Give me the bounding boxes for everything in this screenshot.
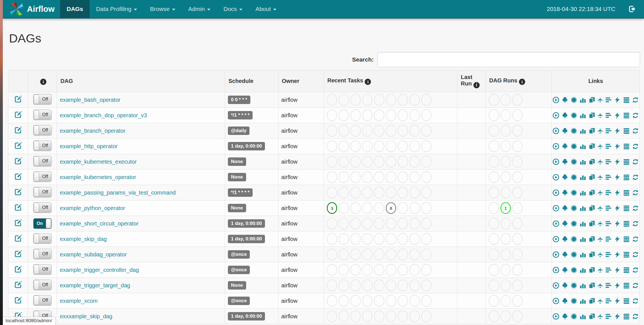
landing-times-icon[interactable]: ✈ — [597, 313, 604, 319]
logs-icon[interactable] — [623, 282, 630, 289]
task-duration-icon[interactable] — [579, 189, 586, 196]
logs-icon[interactable] — [623, 313, 630, 320]
code-icon[interactable] — [614, 174, 621, 181]
gantt-icon[interactable] — [605, 205, 612, 212]
edit-dag-icon[interactable] — [14, 173, 22, 180]
edit-dag-icon[interactable] — [14, 111, 22, 118]
gantt-icon[interactable] — [605, 127, 612, 134]
gantt-icon[interactable] — [605, 282, 612, 289]
gantt-icon[interactable] — [605, 189, 612, 196]
logs-icon[interactable] — [623, 96, 630, 103]
tree-view-icon[interactable] — [561, 189, 568, 196]
refresh-icon[interactable] — [632, 127, 639, 134]
landing-times-icon[interactable]: ✈ — [597, 112, 604, 118]
graph-view-icon[interactable] — [570, 282, 577, 289]
dag-pause-toggle[interactable]: Off — [33, 187, 51, 197]
nav-item-docs[interactable]: Docs — [217, 0, 249, 18]
info-icon[interactable] — [40, 79, 46, 85]
dag-pause-toggle[interactable]: On — [33, 218, 51, 229]
refresh-icon[interactable] — [632, 112, 639, 119]
task-duration-icon[interactable] — [579, 297, 586, 304]
search-input[interactable] — [377, 52, 640, 67]
landing-times-icon[interactable]: ✈ — [597, 236, 604, 242]
task-tries-icon[interactable] — [588, 251, 595, 258]
graph-view-icon[interactable] — [570, 189, 577, 196]
refresh-icon[interactable] — [632, 205, 639, 212]
dag-pause-toggle[interactable]: Off — [33, 264, 51, 274]
landing-times-icon[interactable]: ✈ — [597, 128, 604, 134]
task-tries-icon[interactable] — [588, 112, 595, 119]
trigger-dag-icon[interactable] — [552, 143, 559, 150]
trigger-dag-icon[interactable] — [552, 236, 559, 243]
refresh-icon[interactable] — [632, 267, 639, 274]
task-duration-icon[interactable] — [579, 96, 586, 103]
refresh-icon[interactable] — [632, 220, 639, 227]
landing-times-icon[interactable]: ✈ — [597, 159, 604, 165]
graph-view-icon[interactable] — [570, 297, 577, 304]
dag-pause-toggle[interactable]: Off — [33, 94, 51, 104]
task-duration-icon[interactable] — [579, 158, 586, 165]
landing-times-icon[interactable]: ✈ — [597, 190, 604, 196]
dag-link[interactable]: example_xcom — [60, 298, 98, 304]
trigger-dag-icon[interactable] — [552, 297, 559, 304]
refresh-icon[interactable] — [632, 297, 639, 304]
logs-icon[interactable] — [623, 236, 630, 243]
logs-icon[interactable] — [623, 297, 630, 304]
dag-link[interactable]: example_http_operator — [60, 143, 118, 149]
logs-icon[interactable] — [623, 189, 630, 196]
edit-dag-icon[interactable] — [14, 126, 22, 134]
airflow-brand[interactable]: Airflow — [3, 0, 60, 18]
task-duration-icon[interactable] — [579, 127, 586, 134]
landing-times-icon[interactable]: ✈ — [597, 298, 604, 304]
dag-link[interactable]: example_subdag_operator — [60, 251, 127, 258]
landing-times-icon[interactable]: ✈ — [597, 97, 604, 103]
refresh-icon[interactable] — [632, 96, 639, 103]
tree-view-icon[interactable] — [561, 220, 568, 227]
tree-view-icon[interactable] — [561, 174, 568, 181]
graph-view-icon[interactable] — [570, 267, 577, 274]
landing-times-icon[interactable]: ✈ — [597, 267, 604, 273]
refresh-icon[interactable] — [632, 158, 639, 165]
graph-view-icon[interactable] — [570, 143, 577, 150]
info-icon[interactable] — [519, 79, 525, 85]
dag-link[interactable]: example_kubernetes_executor — [60, 159, 137, 165]
gantt-icon[interactable] — [605, 313, 612, 320]
tree-view-icon[interactable] — [561, 282, 568, 289]
trigger-dag-icon[interactable] — [552, 313, 559, 320]
dag-pause-toggle[interactable]: Off — [33, 233, 51, 243]
logs-icon[interactable] — [623, 220, 630, 227]
tree-view-icon[interactable] — [561, 96, 568, 103]
edit-dag-icon[interactable] — [14, 296, 22, 304]
code-icon[interactable] — [614, 189, 621, 196]
graph-view-icon[interactable] — [570, 158, 577, 165]
dag-link[interactable]: example_bash_operator — [60, 97, 121, 103]
logs-icon[interactable] — [623, 143, 630, 150]
logs-icon[interactable] — [623, 267, 630, 274]
trigger-dag-icon[interactable] — [552, 282, 559, 289]
code-icon[interactable] — [614, 143, 621, 150]
logs-icon[interactable] — [623, 127, 630, 134]
task-tries-icon[interactable] — [588, 297, 595, 304]
task-tries-icon[interactable] — [588, 205, 595, 212]
task-tries-icon[interactable] — [588, 174, 595, 181]
dag-pause-toggle[interactable]: Off — [33, 249, 51, 259]
graph-view-icon[interactable] — [570, 112, 577, 119]
dag-pause-toggle[interactable]: Off — [33, 125, 51, 135]
task-duration-icon[interactable] — [579, 267, 586, 274]
trigger-dag-icon[interactable] — [552, 112, 559, 119]
gantt-icon[interactable] — [605, 297, 612, 304]
gantt-icon[interactable] — [605, 267, 612, 274]
graph-view-icon[interactable] — [570, 174, 577, 181]
dag-link[interactable]: example_branch_dop_operator_v3 — [60, 112, 147, 118]
dag-pause-toggle[interactable]: Off — [33, 295, 51, 305]
task-tries-icon[interactable] — [588, 127, 595, 134]
task-tries-icon[interactable] — [588, 143, 595, 150]
code-icon[interactable] — [614, 220, 621, 227]
task-tries-icon[interactable] — [588, 96, 595, 103]
task-tries-icon[interactable] — [588, 158, 595, 165]
landing-times-icon[interactable]: ✈ — [597, 174, 604, 180]
graph-view-icon[interactable] — [570, 205, 577, 212]
task-state-circle[interactable]: 8 — [386, 202, 396, 214]
refresh-icon[interactable] — [632, 282, 639, 289]
code-icon[interactable] — [614, 282, 621, 289]
